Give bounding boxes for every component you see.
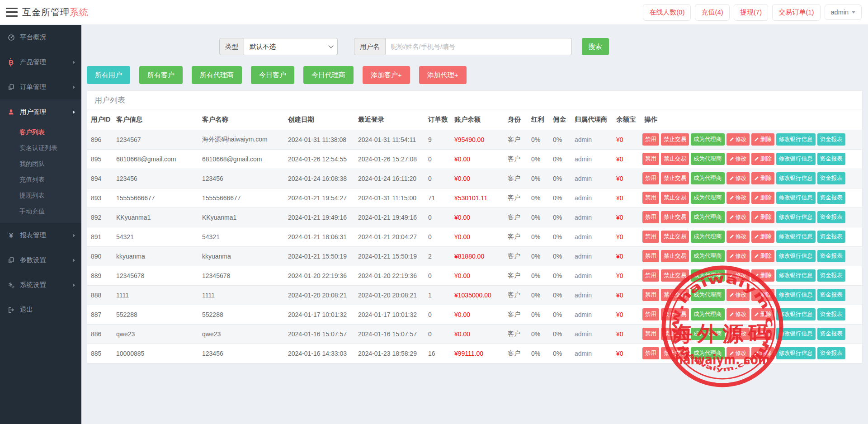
disable-button[interactable]: 禁用 [642, 250, 659, 262]
funds-report-button[interactable]: 资金报表 [817, 250, 845, 262]
funds-report-button[interactable]: 资金报表 [817, 172, 845, 184]
all-users-button[interactable]: 所有用户 [87, 66, 130, 84]
edit-button[interactable]: 修改 [726, 328, 750, 340]
sidebar-subitem-manual-recharge[interactable]: 手动充值 [0, 203, 81, 219]
make-agent-button[interactable]: 成为代理商 [691, 211, 725, 223]
edit-button[interactable]: 修改 [726, 308, 750, 320]
disable-button[interactable]: 禁用 [642, 192, 659, 204]
agent-cell[interactable]: admin [571, 344, 613, 363]
type-select[interactable]: 默认不选 [244, 38, 338, 55]
edit-bank-button[interactable]: 修改银行信息 [776, 192, 816, 204]
delete-button[interactable]: 删除 [751, 250, 774, 262]
funds-report-button[interactable]: 资金报表 [817, 347, 845, 359]
disable-button[interactable]: 禁用 [642, 347, 659, 359]
edit-bank-button[interactable]: 修改银行信息 [776, 172, 816, 184]
ban-trade-button[interactable]: 禁止交易 [661, 133, 689, 146]
disable-button[interactable]: 禁用 [642, 269, 659, 282]
admin-user-menu[interactable]: admin [825, 5, 862, 20]
delete-button[interactable]: 删除 [751, 153, 774, 165]
add-customer-button[interactable]: 添加客户+ [363, 66, 410, 84]
edit-bank-button[interactable]: 修改银行信息 [776, 308, 816, 320]
agent-cell[interactable]: admin [571, 169, 613, 188]
edit-bank-button[interactable]: 修改银行信息 [776, 347, 816, 359]
make-agent-button[interactable]: 成为代理商 [691, 192, 725, 204]
username-input[interactable] [386, 38, 572, 55]
sidebar-item-platform-overview[interactable]: 平台概况 [0, 25, 81, 50]
funds-report-button[interactable]: 资金报表 [817, 269, 845, 282]
make-agent-button[interactable]: 成为代理商 [691, 231, 725, 243]
sidebar-item-product-management[interactable]: B 产品管理 [0, 50, 81, 75]
funds-report-button[interactable]: 资金报表 [817, 289, 845, 301]
ban-trade-button[interactable]: 禁止交易 [661, 211, 689, 223]
ban-trade-button[interactable]: 禁止交易 [661, 347, 689, 359]
delete-button[interactable]: 删除 [751, 211, 774, 223]
make-agent-button[interactable]: 成为代理商 [691, 328, 725, 340]
agent-cell[interactable]: admin [571, 227, 613, 246]
delete-button[interactable]: 删除 [751, 289, 774, 301]
disable-button[interactable]: 禁用 [642, 172, 659, 184]
search-button[interactable]: 搜索 [582, 38, 609, 55]
edit-bank-button[interactable]: 修改银行信息 [776, 328, 816, 340]
delete-button[interactable]: 删除 [751, 328, 774, 340]
delete-button[interactable]: 删除 [751, 269, 774, 282]
edit-button[interactable]: 修改 [726, 231, 750, 243]
online-count-badge[interactable]: 在线人数(0) [643, 4, 691, 21]
add-agent-button[interactable]: 添加代理+ [419, 66, 467, 84]
delete-button[interactable]: 删除 [751, 347, 774, 359]
sidebar-subitem-customer-list[interactable]: 客户列表 [0, 124, 81, 140]
ban-trade-button[interactable]: 禁止交易 [661, 231, 689, 243]
edit-bank-button[interactable]: 修改银行信息 [776, 153, 816, 165]
disable-button[interactable]: 禁用 [642, 289, 659, 301]
recharge-badge[interactable]: 充值(4) [695, 4, 729, 21]
disable-button[interactable]: 禁用 [642, 231, 659, 243]
agent-cell[interactable]: admin [571, 305, 613, 324]
edit-button[interactable]: 修改 [726, 289, 750, 301]
edit-bank-button[interactable]: 修改银行信息 [776, 289, 816, 301]
funds-report-button[interactable]: 资金报表 [817, 328, 845, 340]
today-customers-button[interactable]: 今日客户 [251, 66, 294, 84]
sidebar-item-system-settings[interactable]: 系统设置 [0, 273, 81, 297]
funds-report-button[interactable]: 资金报表 [817, 231, 845, 243]
delete-button[interactable]: 删除 [751, 308, 774, 320]
sidebar-subitem-withdraw-list[interactable]: 提现列表 [0, 188, 81, 203]
all-agents-button[interactable]: 所有代理商 [192, 66, 242, 84]
funds-report-button[interactable]: 资金报表 [817, 153, 845, 165]
make-agent-button[interactable]: 成为代理商 [691, 172, 725, 184]
today-agents-button[interactable]: 今日代理商 [303, 66, 354, 84]
edit-bank-button[interactable]: 修改银行信息 [776, 269, 816, 282]
make-agent-button[interactable]: 成为代理商 [691, 289, 725, 301]
make-agent-button[interactable]: 成为代理商 [691, 347, 725, 359]
edit-bank-button[interactable]: 修改银行信息 [776, 231, 816, 243]
disable-button[interactable]: 禁用 [642, 308, 659, 320]
disable-button[interactable]: 禁用 [642, 153, 659, 165]
delete-button[interactable]: 删除 [751, 133, 774, 146]
edit-button[interactable]: 修改 [726, 211, 750, 223]
sidebar-subitem-my-team[interactable]: 我的团队 [0, 156, 81, 172]
edit-bank-button[interactable]: 修改银行信息 [776, 211, 816, 223]
funds-report-button[interactable]: 资金报表 [817, 192, 845, 204]
funds-report-button[interactable]: 资金报表 [817, 133, 845, 146]
edit-button[interactable]: 修改 [726, 133, 750, 146]
edit-bank-button[interactable]: 修改银行信息 [776, 133, 816, 146]
ban-trade-button[interactable]: 禁止交易 [661, 192, 689, 204]
sidebar-item-report-management[interactable]: ¥ 报表管理 [0, 223, 81, 248]
make-agent-button[interactable]: 成为代理商 [691, 250, 725, 262]
sidebar-item-order-management[interactable]: 订单管理 [0, 75, 81, 99]
agent-cell[interactable]: admin [571, 207, 613, 227]
edit-button[interactable]: 修改 [726, 250, 750, 262]
sidebar-item-parameter-settings[interactable]: 参数设置 [0, 248, 81, 273]
hamburger-menu-icon[interactable] [6, 8, 18, 17]
make-agent-button[interactable]: 成为代理商 [691, 269, 725, 282]
ban-trade-button[interactable]: 禁止交易 [661, 328, 689, 340]
ban-trade-button[interactable]: 禁止交易 [661, 153, 689, 165]
edit-button[interactable]: 修改 [726, 192, 750, 204]
sidebar-item-logout[interactable]: 退出 [0, 297, 81, 322]
trade-orders-badge[interactable]: 交易订单(1) [772, 4, 820, 21]
disable-button[interactable]: 禁用 [642, 133, 659, 146]
agent-cell[interactable]: admin [571, 130, 613, 149]
agent-cell[interactable]: admin [571, 324, 613, 344]
make-agent-button[interactable]: 成为代理商 [691, 153, 725, 165]
sidebar-item-user-management[interactable]: 用户管理 [0, 99, 81, 124]
funds-report-button[interactable]: 资金报表 [817, 211, 845, 223]
withdraw-badge[interactable]: 提现(7) [734, 4, 768, 21]
